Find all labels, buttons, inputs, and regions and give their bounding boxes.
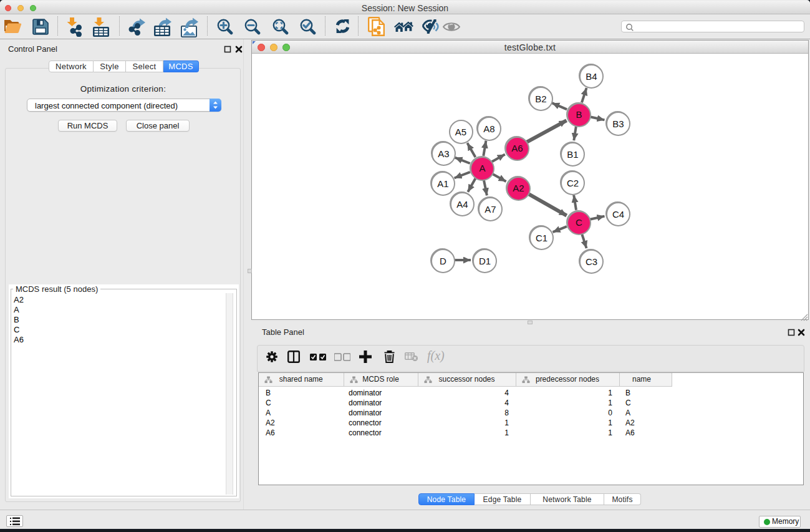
svg-text:f(x): f(x) xyxy=(427,350,445,363)
